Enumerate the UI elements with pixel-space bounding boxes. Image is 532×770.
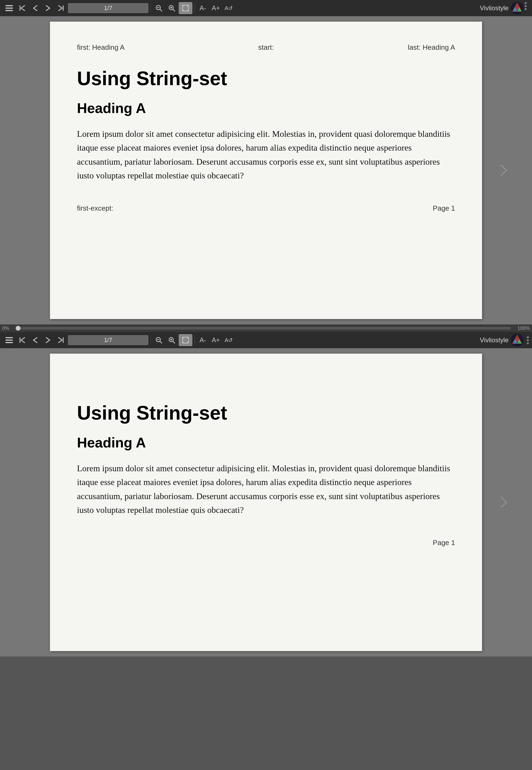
font-decrease-button[interactable]: A- (197, 2, 209, 14)
progress-thumb[interactable] (16, 326, 21, 331)
footer-left-1: first-except: (77, 204, 113, 213)
page-nav-right-1[interactable] (497, 162, 510, 178)
footer-right-1: Page 1 (113, 204, 455, 213)
page-wrapper-1: first: Heading A start: last: Heading A … (36, 22, 496, 319)
menu-button-2[interactable] (3, 334, 15, 346)
zoom-out-button-2[interactable] (153, 334, 165, 346)
nav-last-button-2[interactable] (55, 334, 67, 346)
doc-body-2: Lorem ipsum dolor sit amet consectetur a… (77, 461, 455, 517)
progress-track[interactable] (16, 327, 511, 330)
doc-title-2: Using String-set (77, 402, 455, 424)
font-decrease-button-2[interactable]: A- (197, 334, 209, 346)
doc-heading-2: Heading A (77, 434, 455, 451)
dot-2 (525, 5, 527, 7)
toolbar-bottom: A- A+ A↺ Vivliostyle (0, 332, 532, 348)
progress-left-label: 0% (2, 326, 13, 331)
running-head-last: last: Heading A (329, 43, 455, 52)
running-heads-1: first: Heading A start: last: Heading A (77, 43, 455, 52)
separator-4 (194, 336, 195, 344)
progress-right-label: 100% (514, 326, 530, 331)
svg-rect-24 (5, 342, 13, 343)
page-indicator-input-2[interactable] (68, 335, 148, 345)
nav-prev-button-2[interactable] (29, 334, 41, 346)
vivliostyle-label-2: Vivliostyle (480, 336, 509, 344)
nav-next-button-2[interactable] (42, 334, 54, 346)
page-1: first: Heading A start: last: Heading A … (50, 22, 482, 319)
page-footer-1: first-except: Page 1 (77, 199, 455, 213)
dot-4 (527, 336, 529, 338)
font-reset-button-2[interactable]: A↺ (223, 334, 235, 346)
nav-prev-button[interactable] (29, 2, 41, 14)
font-increase-button-2[interactable]: A+ (210, 334, 222, 346)
vivliostyle-icon (511, 2, 524, 15)
vivliostyle-label: Vivliostyle (480, 4, 509, 12)
zoom-fit-button[interactable] (179, 2, 192, 14)
svg-line-33 (173, 341, 175, 343)
doc-heading-1: Heading A (77, 100, 455, 116)
svg-rect-1 (5, 8, 13, 9)
font-increase-button[interactable]: A+ (210, 2, 222, 14)
doc-title-1: Using String-set (77, 68, 455, 89)
dot-1 (525, 2, 527, 4)
svg-rect-2 (5, 10, 13, 11)
svg-line-11 (173, 9, 175, 11)
nav-first-button-2[interactable] (16, 334, 28, 346)
svg-rect-0 (5, 5, 13, 6)
nav-last-button[interactable] (55, 2, 67, 14)
doc-body-1: Lorem ipsum dolor sit amet consectetur a… (77, 127, 455, 182)
toolbar-top: 1/7 A- A+ A↺ Vi (0, 0, 532, 16)
page-indicator-input[interactable]: 1/7 (68, 3, 148, 13)
page-footer-2: Page 1 (77, 533, 455, 547)
nav-first-button[interactable] (16, 2, 28, 14)
font-reset-button[interactable]: A↺ (223, 2, 235, 14)
svg-rect-23 (5, 340, 13, 341)
page-wrapper-2: Using String-set Heading A Lorem ipsum d… (36, 354, 496, 651)
vivliostyle-logo-2: Vivliostyle (480, 334, 524, 347)
dot-5 (527, 339, 529, 341)
svg-line-29 (160, 341, 162, 343)
more-options-menu-2[interactable] (527, 336, 529, 344)
running-head-start: start: (203, 43, 329, 52)
page-2: Using String-set Heading A Lorem ipsum d… (50, 354, 482, 651)
more-options-menu[interactable] (525, 2, 527, 10)
svg-line-7 (160, 9, 162, 11)
dot-3 (525, 8, 527, 10)
zoom-out-button[interactable] (153, 2, 165, 14)
separator-3 (150, 336, 151, 344)
vivliostyle-icon-2 (511, 334, 524, 347)
nav-next-button[interactable] (42, 2, 54, 14)
progress-bar: 0% 100% (0, 324, 532, 332)
zoom-fit-button-2[interactable] (179, 334, 192, 346)
page-area-2: Using String-set Heading A Lorem ipsum d… (0, 348, 532, 657)
zoom-in-button[interactable] (166, 2, 178, 14)
page-area-1: first: Heading A start: last: Heading A … (0, 16, 532, 324)
menu-button[interactable] (3, 2, 15, 14)
separator-2 (194, 4, 195, 12)
separator-1 (150, 4, 151, 12)
page-nav-right-2[interactable] (497, 494, 510, 510)
running-head-first: first: Heading A (77, 43, 203, 52)
zoom-in-button-2[interactable] (166, 334, 178, 346)
vivliostyle-logo: Vivliostyle (480, 2, 524, 15)
dot-6 (527, 342, 529, 344)
svg-rect-22 (5, 337, 13, 338)
footer-right-2: Page 1 (77, 538, 455, 547)
